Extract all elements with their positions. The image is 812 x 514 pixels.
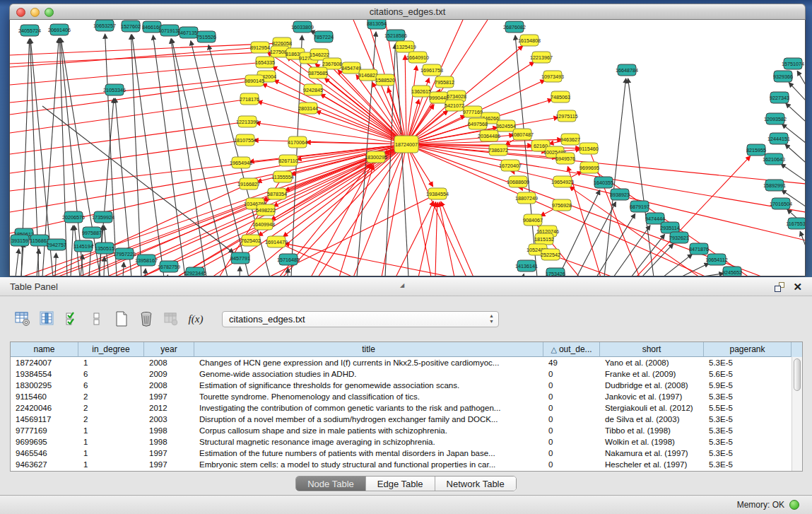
table-panel-header[interactable]: ◢ Table Panel ✕ [0, 277, 812, 296]
graph-edge[interactable] [262, 84, 401, 142]
graph-node[interactable] [267, 236, 286, 247]
column-header-in-degree[interactable]: in_degree [78, 342, 144, 357]
graph-node[interactable] [50, 24, 69, 35]
graph-edge[interactable] [105, 34, 117, 276]
graph-node[interactable] [723, 267, 741, 276]
graph-node[interactable] [238, 116, 257, 127]
graph-edge[interactable] [382, 151, 405, 276]
new-table-icon[interactable] [113, 310, 130, 327]
graph-node[interactable] [517, 192, 536, 204]
column-header-pagerank[interactable]: pagerank [704, 342, 792, 357]
graph-edge[interactable] [577, 202, 616, 276]
graph-edge[interactable] [113, 213, 260, 276]
graph-node[interactable] [770, 92, 789, 103]
graph-node[interactable] [376, 74, 394, 86]
graph-node[interactable] [245, 75, 264, 86]
graph-node[interactable] [11, 235, 29, 246]
graph-node[interactable] [242, 235, 260, 246]
column-header-year[interactable]: year [144, 342, 194, 357]
graph-edge[interactable] [523, 274, 524, 276]
graph-node[interactable] [772, 198, 790, 209]
graph-node[interactable] [288, 136, 307, 148]
graph-node[interactable] [186, 267, 204, 276]
graph-edge[interactable] [16, 249, 19, 276]
graph-node[interactable] [766, 113, 784, 124]
graph-node[interactable] [309, 67, 327, 78]
graph-edge[interactable] [240, 267, 240, 276]
graph-edge[interactable] [628, 78, 654, 276]
select-all-icon[interactable] [64, 310, 81, 327]
graph-node[interactable] [314, 31, 333, 42]
graph-node[interactable] [464, 106, 482, 117]
close-window-button[interactable] [16, 8, 25, 17]
graph-edge[interactable] [786, 103, 805, 122]
graph-node[interactable] [520, 35, 539, 46]
graph-node[interactable] [279, 155, 298, 166]
table-row[interactable]: 1872400712008Changes of HCN gene express… [11, 357, 792, 368]
window-titlebar[interactable]: citations_edges.txt [9, 4, 806, 20]
graph-node[interactable] [445, 100, 464, 111]
table-row[interactable]: 946554611997Estimation of the future num… [11, 448, 792, 459]
graph-edge[interactable] [631, 234, 665, 276]
clear-selection-icon[interactable] [88, 310, 105, 327]
graph-node[interactable] [115, 248, 134, 259]
graph-node[interactable] [765, 153, 783, 165]
table-scrollbar[interactable] [792, 357, 802, 471]
graph-edge[interactable] [396, 201, 434, 276]
graph-node[interactable] [197, 31, 216, 42]
graph-edge[interactable] [409, 150, 466, 276]
graph-node[interactable] [670, 232, 688, 243]
network-canvas[interactable]: 1872400724055724206914061065325715276028… [9, 20, 806, 276]
graph-node[interactable] [423, 64, 441, 76]
graph-node[interactable] [408, 52, 427, 63]
graph-node[interactable] [394, 136, 418, 153]
graph-edge[interactable] [123, 262, 124, 276]
graph-edge[interactable] [274, 80, 401, 141]
table-row[interactable]: 911546021997Tourette syndrome. Phenomeno… [11, 391, 792, 402]
graph-node[interactable] [428, 188, 447, 199]
graph-node[interactable] [579, 143, 598, 154]
graph-edge[interactable] [642, 244, 673, 276]
column-header-short[interactable]: short [600, 342, 704, 357]
tab-network-table[interactable]: Network Table [435, 477, 516, 491]
graph-node[interactable] [690, 243, 708, 255]
column-header-title[interactable]: title [194, 342, 543, 357]
graph-node[interactable] [95, 20, 114, 31]
table-row[interactable]: 977716911998Corpus callosum shape and si… [11, 425, 792, 436]
graph-node[interactable] [707, 254, 726, 265]
table-settings-icon[interactable] [14, 310, 31, 327]
graph-node[interactable] [505, 21, 524, 33]
graph-edge[interactable] [797, 71, 805, 85]
float-panel-icon[interactable] [775, 282, 784, 292]
graph-edge[interactable] [10, 100, 243, 133]
graph-node[interactable] [257, 204, 275, 216]
graph-node[interactable] [412, 86, 430, 97]
graph-node[interactable] [64, 211, 83, 223]
graph-edge[interactable] [781, 164, 805, 181]
graph-node[interactable] [293, 21, 312, 33]
graph-node[interactable] [546, 268, 565, 276]
graph-node[interactable] [489, 144, 507, 156]
graph-edge[interactable] [396, 44, 408, 276]
graph-node[interactable] [558, 110, 576, 122]
graph-node[interactable] [83, 227, 101, 238]
graph-node[interactable] [20, 25, 39, 36]
table-selector-dropdown[interactable]: citations_edges.txt ▲▼ [222, 311, 499, 327]
graph-node[interactable] [160, 261, 178, 272]
graph-node[interactable] [94, 211, 112, 223]
graph-edge[interactable] [513, 171, 514, 174]
graph-node[interactable] [435, 76, 454, 88]
close-panel-icon[interactable]: ✕ [793, 282, 802, 292]
graph-node[interactable] [532, 52, 551, 63]
graph-edge[interactable] [441, 201, 473, 276]
graph-node[interactable] [747, 144, 765, 156]
graph-node[interactable] [236, 134, 254, 146]
graph-node[interactable] [774, 71, 792, 82]
node-table[interactable]: namein_degreeyeartitle△out_de...shortpag… [10, 341, 803, 472]
graph-node[interactable] [611, 189, 629, 200]
graph-edge[interactable] [570, 187, 700, 276]
graph-node[interactable] [469, 118, 487, 129]
graph-node[interactable] [561, 134, 579, 145]
graph-edge[interactable] [663, 254, 693, 276]
graph-node[interactable] [501, 160, 519, 171]
